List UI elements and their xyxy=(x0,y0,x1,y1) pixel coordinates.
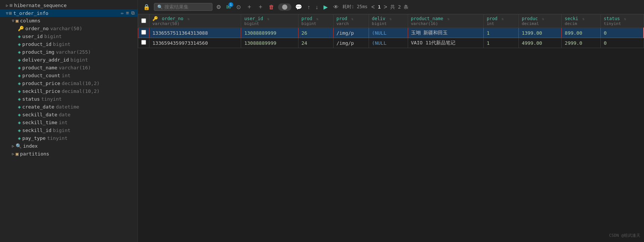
sidebar-item-t-order-info[interactable]: ▽ ⊞ t_order_info ✏ ≡ ⧉ xyxy=(0,9,138,17)
sidebar-item-product-price[interactable]: ◈ product_price decimal(10,2) xyxy=(0,79,138,87)
sidebar-item-index[interactable]: ▷ 🔍 index xyxy=(0,142,138,150)
sidebar-item-product-name[interactable]: ◈ product_name varchar(16) xyxy=(0,64,138,72)
data-area[interactable]: 🔑 order_no ⇅ varchar(50) user_id ⇅ bigin… xyxy=(138,14,644,242)
sidebar-item-hibernate-sequence[interactable]: ▷ ⊞ hibernate_sequence xyxy=(0,1,138,9)
lock-button[interactable]: 🔒 xyxy=(142,3,152,11)
header-prod-int[interactable]: prod ⇅ int xyxy=(483,15,518,28)
sidebar-item-partitions[interactable]: ▷ ▣ partitions xyxy=(0,150,138,158)
cell-product-name[interactable]: VAIO 11代新品笔记 xyxy=(408,38,483,48)
key-icon: 🔑 xyxy=(18,26,24,31)
chevron-right-icon: ▷ xyxy=(6,3,8,7)
col-icon: ◈ xyxy=(18,96,21,102)
cell-deliv-bigint[interactable]: (NULL xyxy=(369,38,408,48)
sidebar-item-pay-type[interactable]: ◈ pay_type tinyint xyxy=(0,134,138,142)
next-page-button[interactable]: > xyxy=(382,3,389,11)
cell-secki-decim[interactable]: 2999.0 xyxy=(562,38,601,48)
git-button[interactable]: ⊙ xyxy=(235,3,243,11)
sidebar-item-seckill-price[interactable]: ◈ seckill_price decimal(10,2) xyxy=(0,87,138,95)
header-prod-bigint[interactable]: prod ⇅ bigint xyxy=(298,15,333,28)
header-produc-decimal[interactable]: produc ⇅ decimal xyxy=(518,15,561,28)
header-status[interactable]: status ⇅ tinyint xyxy=(600,15,644,28)
col-type: decimal(10,2) xyxy=(62,88,100,94)
header-deliv-bigint[interactable]: deliv ⇅ bigint xyxy=(369,15,408,28)
table-row[interactable]: 1336557511364313088 13088889999 26 /img/… xyxy=(138,28,644,38)
row-checkbox[interactable] xyxy=(141,40,146,45)
cell-user-id[interactable]: 13088889999 xyxy=(241,28,298,38)
cell-status[interactable]: 0 xyxy=(600,28,644,38)
email-button[interactable]: ✉ 1 xyxy=(225,3,233,11)
delete-button[interactable]: 🗑 xyxy=(267,3,276,11)
cell-produc-decimal[interactable]: 1399.00 xyxy=(518,28,561,38)
add-square-button[interactable]: ＋ xyxy=(245,2,254,12)
cell-user-id[interactable]: 13088889999 xyxy=(241,38,298,48)
copy-icon[interactable]: ⧉ xyxy=(131,10,135,16)
main-panel: 🔒 🔍 ⚙ ✉ 1 ⊙ ＋ ＋ 🗑 💬 xyxy=(138,0,644,242)
current-page: 1 xyxy=(378,4,381,10)
col-type: bigint xyxy=(53,41,70,47)
cell-produc-decimal[interactable]: 4999.00 xyxy=(518,38,561,48)
header-order-no[interactable]: 🔑 order_no ⇅ varchar(50) xyxy=(149,15,241,28)
search-box[interactable]: 🔍 xyxy=(154,3,212,11)
toggle-button[interactable] xyxy=(278,3,291,11)
sidebar-item-product-id[interactable]: ◈ product_id bigint xyxy=(0,40,138,48)
cell-order-no[interactable]: 1336557511364313088 xyxy=(149,28,241,38)
cell-deliv-bigint[interactable]: (NULL xyxy=(369,28,408,38)
row-checkbox-cell[interactable] xyxy=(138,28,149,38)
preview-button[interactable]: 👁 xyxy=(332,3,340,11)
table-row[interactable]: 1336594359973314560 13088889999 24 /img/… xyxy=(138,38,644,48)
col-icon: ◈ xyxy=(18,104,21,110)
sidebar-item-seckill-date[interactable]: ◈ seckill_date date xyxy=(0,111,138,119)
move-up-button[interactable]: ↑ xyxy=(306,3,312,11)
header-user-id[interactable]: user_id ⇅ bigint xyxy=(241,15,298,28)
cell-prod-varch[interactable]: /img/p xyxy=(333,38,369,48)
sidebar-item-columns[interactable]: ▽ ▣ columns xyxy=(0,17,138,25)
cell-status[interactable]: 0 xyxy=(600,38,644,48)
col-label: product_img xyxy=(22,49,54,55)
prev-page-button[interactable]: < xyxy=(370,3,376,11)
cell-product-name[interactable]: 玉翊 新疆和田玉 xyxy=(408,28,483,38)
sidebar-item-seckill-id[interactable]: ◈ seckill_id bigint xyxy=(0,126,138,134)
row-checkbox[interactable] xyxy=(141,30,146,35)
sidebar-item-delivery-addr-id[interactable]: ◈ delivery_addr_id bigint xyxy=(0,56,138,64)
sort-icon: ⇅ xyxy=(267,17,269,21)
chat-button[interactable]: 💬 xyxy=(294,3,304,11)
cell-prod-varch[interactable]: /img/p xyxy=(333,28,369,38)
eye-icon: 👁 xyxy=(333,4,339,10)
cell-prod-bigint[interactable]: 24 xyxy=(298,38,333,48)
sidebar-item-order-no[interactable]: 🔑 order_no varchar(50) xyxy=(0,25,138,32)
table-name-label: t_order_info xyxy=(13,10,48,16)
list-icon[interactable]: ≡ xyxy=(126,10,129,16)
cell-secki-decim[interactable]: 899.00 xyxy=(562,28,601,38)
select-all-checkbox[interactable] xyxy=(141,18,146,23)
sidebar-item-product-img[interactable]: ◈ product_img varchar(255) xyxy=(0,48,138,56)
col-label: create_date xyxy=(22,104,54,110)
sidebar-item-status[interactable]: ◈ status tinyint xyxy=(0,95,138,103)
add-button[interactable]: ＋ xyxy=(256,2,265,12)
col-icon: ◈ xyxy=(18,88,21,94)
toggle-knob xyxy=(282,4,287,10)
sidebar-item-create-date[interactable]: ◈ create_date datetime xyxy=(0,103,138,111)
sidebar-item-seckill-time[interactable]: ◈ seckill_time int xyxy=(0,119,138,126)
header-prod-varch[interactable]: prod ⇅ varch xyxy=(333,15,369,28)
settings-button[interactable]: ⚙ xyxy=(215,3,222,11)
cell-prod-bigint[interactable]: 26 xyxy=(298,28,333,38)
sort-icon: ⇅ xyxy=(351,17,354,21)
sort-icon: ⇅ xyxy=(624,17,626,21)
header-checkbox-cell[interactable] xyxy=(138,15,149,28)
cell-prod-int[interactable]: 1 xyxy=(483,38,518,48)
row-checkbox-cell[interactable] xyxy=(138,38,149,48)
cell-prod-int[interactable]: 1 xyxy=(483,28,518,38)
col-name: product_name xyxy=(411,16,443,21)
run-button[interactable]: ▶ xyxy=(322,3,329,11)
col-type: tinyint xyxy=(604,21,641,26)
search-input[interactable] xyxy=(164,4,209,10)
cell-order-no[interactable]: 1336594359973314560 xyxy=(149,38,241,48)
col-type: bigint xyxy=(302,21,330,26)
edit-icon[interactable]: ✏ xyxy=(121,10,124,16)
header-product-name[interactable]: product_name ⇅ varchar(16) xyxy=(408,15,483,28)
sidebar-item-product-count[interactable]: ◈ product_count int xyxy=(0,72,138,79)
chat-icon: 💬 xyxy=(295,4,302,10)
move-down-button[interactable]: ↓ xyxy=(314,3,320,11)
header-secki-decim[interactable]: secki ⇅ decim xyxy=(562,15,601,28)
sidebar-item-user-id[interactable]: ◈ user_id bigint xyxy=(0,32,138,40)
